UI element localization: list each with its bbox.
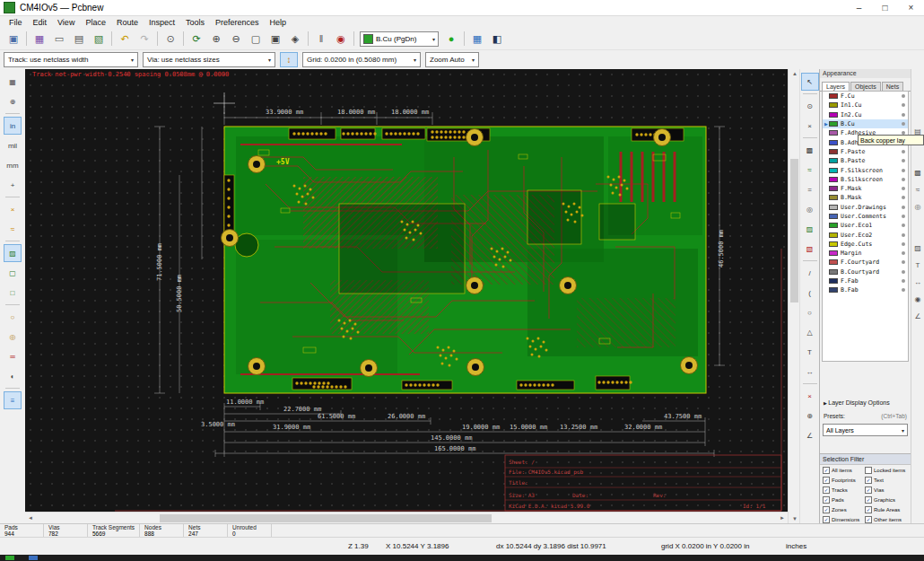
layer-color-swatch[interactable] (829, 186, 838, 191)
horizontal-scrollbar[interactable]: ◄ ► (25, 512, 788, 523)
tab-nets[interactable]: Nets (882, 82, 903, 91)
cursor-style-button[interactable]: + (4, 176, 22, 194)
layer-row[interactable]: In1.Cu (823, 101, 908, 110)
layer-color-swatch[interactable] (829, 232, 838, 238)
layer-row[interactable]: F.Courtyard (823, 258, 908, 267)
zoom-objects-button[interactable]: ◈ (286, 30, 304, 48)
zone-nofill-button[interactable]: □ (4, 284, 22, 302)
visibility-eye-icon[interactable] (902, 150, 905, 153)
layer-color-swatch[interactable] (829, 287, 838, 293)
layer-color-swatch[interactable] (829, 93, 838, 99)
filter-checkbox-row[interactable]: Locked items (865, 465, 911, 475)
layer-color-swatch[interactable] (829, 278, 838, 284)
checkbox[interactable] (823, 516, 830, 523)
checkbox[interactable] (823, 477, 830, 484)
visibility-eye-icon[interactable] (902, 215, 905, 218)
drc-button[interactable]: ◉ (332, 30, 350, 48)
track-via-dimensions-button[interactable]: ‖ (312, 30, 330, 48)
menu-route[interactable]: Route (111, 18, 144, 27)
refresh-button[interactable]: ⟳ (187, 30, 205, 48)
checkbox[interactable] (865, 477, 872, 484)
circle-tool-button[interactable]: ○ (801, 303, 819, 321)
footprint-icon[interactable]: ▩ (912, 167, 924, 179)
undo-button[interactable]: ↶ (116, 30, 134, 48)
visibility-eye-icon[interactable] (902, 94, 905, 98)
delete-tool-button[interactable]: × (801, 387, 819, 405)
track-width-dropdown[interactable]: Track: use netclass width ▾ (4, 52, 138, 67)
scroll-up-icon[interactable]: ▲ (792, 71, 798, 76)
zoom-in-button[interactable]: ⊕ (207, 30, 225, 48)
layer-color-swatch[interactable] (829, 130, 838, 136)
layer-color-swatch[interactable] (829, 140, 838, 145)
menu-inspect[interactable]: Inspect (144, 18, 180, 27)
vias-outline-button[interactable]: ◎ (4, 328, 22, 346)
vertical-scrollbar[interactable]: ▲ ▼ (788, 69, 799, 523)
checkbox[interactable] (865, 486, 872, 494)
visibility-eye-icon[interactable] (902, 279, 905, 283)
redo-button[interactable]: ↷ (135, 30, 153, 48)
menu-place[interactable]: Place (80, 18, 111, 27)
pcb-canvas[interactable]: +5V 33.9000 (25, 69, 788, 512)
arc-tool-button[interactable]: ( (801, 284, 819, 302)
zoom-selection-button[interactable]: ▣ (266, 30, 284, 48)
visibility-eye-icon[interactable] (902, 288, 905, 292)
presets-dropdown[interactable]: All Layers ▾ (823, 424, 908, 436)
zone-icon[interactable]: ▨ (912, 242, 924, 254)
layer-row[interactable]: F.Mask (823, 184, 908, 193)
zoom-out-button[interactable]: ⊖ (227, 30, 245, 48)
checkbox[interactable] (865, 496, 872, 504)
visibility-eye-icon[interactable] (902, 103, 905, 107)
grid-toggle-button[interactable]: ▦ (4, 73, 22, 91)
origin-tool-button[interactable]: ⊕ (801, 407, 819, 425)
ratsnest-curved-button[interactable]: ≈ (4, 220, 22, 238)
zone-outline-button[interactable]: ▢ (4, 264, 22, 282)
visibility-eye-icon[interactable] (902, 196, 905, 199)
visibility-eye-icon[interactable] (902, 242, 905, 246)
visibility-eye-icon[interactable] (902, 270, 905, 274)
filter-checkbox-row[interactable]: Zones (823, 504, 865, 514)
minimize-button[interactable]: – (846, 0, 872, 15)
layer-color-swatch[interactable] (829, 205, 838, 210)
layer-row[interactable]: B.Paste (823, 156, 908, 165)
menu-preferences[interactable]: Preferences (210, 18, 265, 27)
target-icon[interactable]: ◉ (912, 294, 924, 305)
filter-checkbox-row[interactable]: Footprints (823, 475, 865, 485)
save-button[interactable]: ▣ (4, 30, 22, 48)
polar-coords-button[interactable]: ⊕ (4, 92, 22, 110)
search-button[interactable]: ⊙ (161, 30, 179, 48)
route-track-tool-button[interactable]: ≈ (801, 161, 819, 179)
layer-row[interactable]: F.Silkscreen (823, 165, 908, 174)
layer-row[interactable]: Edge.Cuts (823, 240, 908, 249)
visibility-eye-icon[interactable] (902, 251, 905, 255)
layer-row[interactable]: B.Silkscreen (823, 175, 908, 184)
visibility-eye-icon[interactable] (902, 122, 905, 126)
layer-color-swatch[interactable] (829, 259, 838, 265)
filter-checkbox-row[interactable]: Tracks (823, 485, 865, 495)
high-contrast-button[interactable]: ◐ (4, 367, 22, 385)
units-mil-button[interactable]: mil (4, 136, 22, 154)
filter-checkbox-row[interactable]: All items (823, 465, 865, 475)
visibility-eye-icon[interactable] (902, 206, 905, 209)
filter-checkbox-row[interactable]: Pads (823, 495, 865, 504)
via-tool-button[interactable]: ◎ (801, 200, 819, 218)
layer-color-swatch[interactable] (829, 195, 838, 200)
plot-button[interactable]: ▧ (90, 30, 108, 48)
layer-color-swatch[interactable] (829, 214, 838, 219)
horizontal-scroll-thumb[interactable] (160, 514, 492, 522)
taskbar-app-icon[interactable] (5, 556, 14, 560)
page-settings-button[interactable]: ▭ (50, 30, 68, 48)
layer-row[interactable]: User.Drawings (823, 203, 908, 212)
units-inch-button[interactable]: in (4, 117, 22, 135)
checkbox[interactable] (865, 467, 872, 474)
visibility-eye-icon[interactable] (902, 260, 905, 264)
polygon-tool-button[interactable]: △ (801, 323, 819, 341)
menu-tools[interactable]: Tools (180, 18, 210, 27)
grid-dropdown[interactable]: Grid: 0.0200 in (0.5080 mm) ▾ (302, 52, 421, 67)
filter-checkbox-row[interactable]: Rule Areas (865, 504, 911, 514)
layer-color-swatch[interactable] (829, 241, 838, 247)
print-button[interactable]: ▤ (70, 30, 88, 48)
route-icon[interactable]: ≈ (912, 184, 924, 196)
scroll-left-icon[interactable]: ◄ (28, 515, 33, 521)
appearance-toggle-button[interactable]: ≡ (4, 391, 22, 409)
scroll-down-icon[interactable]: ▼ (792, 516, 798, 522)
